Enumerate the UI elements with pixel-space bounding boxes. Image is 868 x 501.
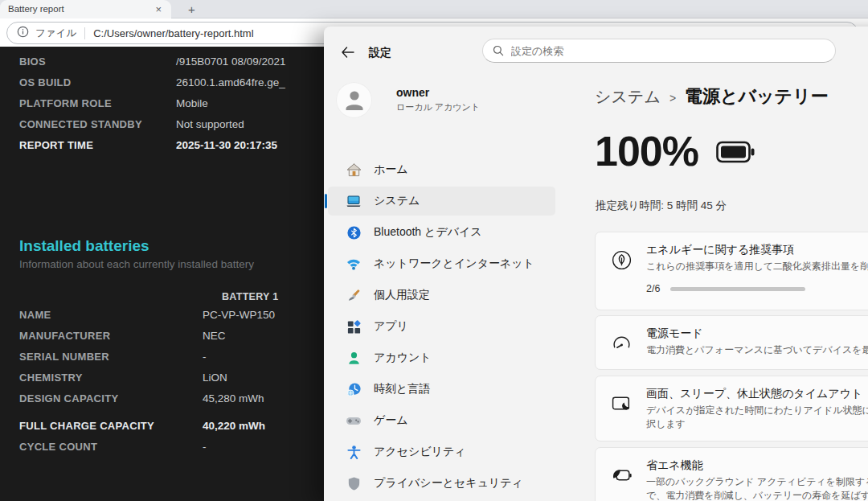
sidebar-item-system[interactable]: システム: [328, 187, 555, 216]
card-energy-saver[interactable]: 省エネ機能 一部のバックグラウンド アクティビティを制限すること で、電力消費を…: [595, 447, 868, 501]
settings-main-pane: システム > 電源とバッテリー 100% 推定残り時間: 5 時間 45 分 エ…: [595, 27, 868, 501]
sidebar-item-network-internet[interactable]: ネットワークとインターネット: [328, 249, 555, 278]
progress-label: 2/6: [646, 283, 660, 294]
sidebar-item-accessibility[interactable]: アクセシビリティ: [328, 437, 555, 466]
card-power-mode[interactable]: 電源モード 電力消費とパフォーマンスに基づいてデバイスを最適化: [595, 315, 868, 370]
gamepad-icon: [346, 413, 362, 429]
breadcrumb-separator-icon: >: [669, 92, 676, 105]
back-button[interactable]: [335, 43, 359, 62]
sidebar-item-privacy-security[interactable]: プライバシーとセキュリティ: [328, 469, 555, 498]
account-type: ローカル アカウント: [396, 101, 480, 113]
address-divider: [84, 27, 85, 39]
gauge-icon: [611, 333, 633, 369]
paintbrush-icon: [346, 287, 362, 303]
sidebar-item-apps[interactable]: アプリ: [328, 312, 555, 341]
system-icon: [346, 193, 362, 209]
breadcrumb: システム > 電源とバッテリー: [595, 84, 829, 109]
card-energy-recommendations[interactable]: エネルギーに関する推奨事項 これらの推奨事項を適用して二酸化炭素排出量を削減 2…: [595, 232, 868, 310]
accounts-icon: [346, 350, 362, 366]
address-url: C:/Users/owner/battery-report.html: [93, 27, 253, 39]
time-language-icon: [346, 381, 362, 397]
avatar: [336, 82, 372, 118]
sidebar-item-home[interactable]: ホーム: [328, 155, 555, 184]
leaf-icon: [611, 249, 633, 310]
settings-title: 設定: [369, 46, 391, 60]
sidebar-item-gaming[interactable]: ゲーム: [328, 406, 555, 435]
settings-sidebar: ホーム システム Bluetooth とデバイス ネットワークとインタ: [324, 153, 565, 500]
account-name: owner: [396, 86, 480, 99]
battery-full-icon: [716, 141, 755, 166]
card-screen-sleep-timeouts[interactable]: 画面、スリープ、休止状態のタイムアウト デバイスが指定された時間にわたりアイドル…: [595, 376, 868, 441]
battery-status: 100%: [595, 127, 755, 175]
user-icon: [341, 86, 368, 113]
browser-tab[interactable]: Battery report ×: [0, 0, 171, 18]
search-icon: [493, 45, 504, 56]
settings-window: 設定 owner ローカル アカウント ホーム: [324, 27, 868, 501]
apps-icon: [346, 318, 362, 335]
tab-title: Battery report: [8, 4, 152, 14]
selected-indicator: [325, 194, 327, 208]
screen: Battery report × + ファイル C:/Users/owner/b…: [0, 0, 868, 501]
bluetooth-icon: [346, 224, 362, 240]
tab-close-icon[interactable]: ×: [152, 3, 165, 15]
sidebar-item-accounts[interactable]: アカウント: [328, 343, 555, 372]
shield-icon: [346, 475, 362, 491]
progress-track: [670, 287, 805, 291]
sidebar-item-time-language[interactable]: 時刻と言語: [328, 375, 555, 404]
browser-tab-strip: Battery report × +: [0, 0, 868, 18]
wifi-icon: [346, 256, 362, 272]
page-info-icon[interactable]: [17, 26, 29, 41]
screen-moon-icon: [611, 393, 633, 441]
energy-saver-icon: [611, 465, 633, 501]
sidebar-item-personalization[interactable]: 個人用設定: [328, 281, 555, 310]
breadcrumb-system[interactable]: システム: [595, 86, 661, 108]
sidebar-item-bluetooth-devices[interactable]: Bluetooth とデバイス: [328, 218, 555, 247]
home-icon: [346, 162, 362, 178]
accessibility-icon: [346, 444, 362, 460]
battery-percent: 100%: [595, 127, 698, 175]
new-tab-icon[interactable]: +: [182, 2, 201, 17]
address-scheme-label: ファイル: [35, 27, 76, 40]
energy-progress: 2/6: [646, 283, 868, 294]
time-remaining: 推定残り時間: 5 時間 45 分: [596, 199, 727, 213]
account-header[interactable]: owner ローカル アカウント: [336, 80, 561, 120]
page-title: 電源とバッテリー: [685, 84, 829, 109]
